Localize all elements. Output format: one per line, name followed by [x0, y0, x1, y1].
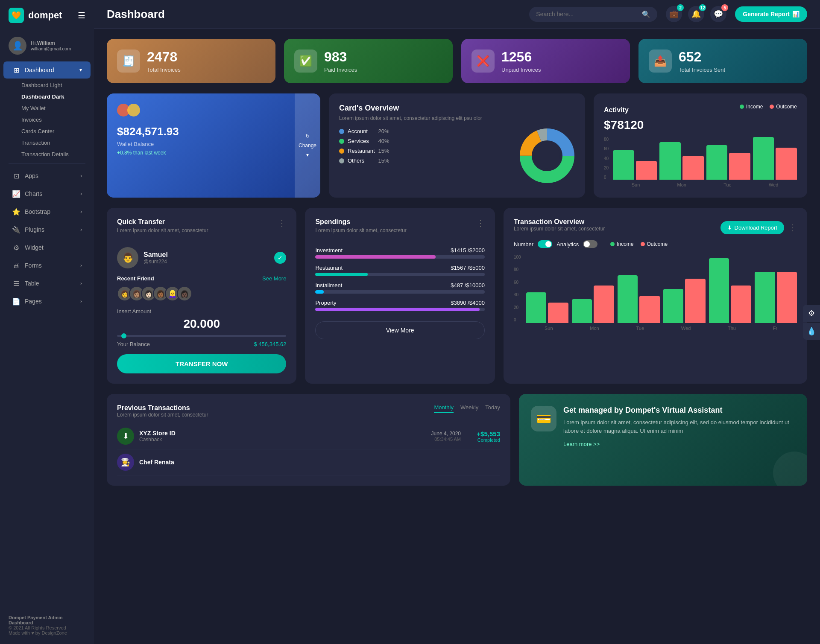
briefcase-button[interactable]: 💼 2 [666, 6, 682, 22]
logo-text: dompet [28, 10, 62, 21]
your-balance-label: Your Balance [117, 341, 150, 347]
briefcase-badge: 2 [677, 4, 684, 11]
sidebar-item-charts[interactable]: 📈 Charts › [3, 185, 91, 202]
paid-invoices-card: ✅ 983 Paid Invoices [284, 39, 453, 83]
bar-fri [755, 255, 797, 323]
activity-chart: Sun Mon Tue Wed [613, 137, 797, 187]
topbar: Dashboard 🔍 💼 2 🔔 12 💬 5 Generate Report… [94, 0, 820, 29]
chat-button[interactable]: 💬 5 [710, 6, 726, 22]
va-title: Get managed by Dompet's Virtual Assistan… [563, 406, 795, 415]
analytics-toggle[interactable] [583, 240, 597, 248]
sidebar-item-table[interactable]: ☰ Table › [3, 275, 91, 292]
bar-group-tue [706, 137, 750, 180]
sidebar-item-forms[interactable]: 🖨 Forms › [3, 257, 91, 274]
invoices-item[interactable]: Invoices [9, 114, 94, 125]
gen-report-label: Generate Report [743, 11, 790, 17]
bar-mon [572, 255, 614, 323]
friend-avatars: 👩 👩🏽 👩🏻 👩🏾 👱‍♀️ 👩🏿 [117, 286, 286, 301]
sidebar-item-widget[interactable]: ⚙ Widget [3, 239, 91, 256]
chevron-right-icon: › [80, 173, 82, 179]
menu-toggle[interactable]: ☰ [78, 10, 85, 20]
spendings-menu[interactable]: ⋮ [476, 218, 485, 228]
filter-today[interactable]: Today [485, 404, 500, 413]
transfer-now-button[interactable]: TRANSFER NOW [117, 354, 286, 373]
outcome-dot [770, 105, 774, 109]
notification-button[interactable]: 🔔 12 [688, 6, 704, 22]
transaction-overview-card: Transaction Overview Lorem ipsum dolor s… [504, 208, 807, 384]
income-bar-tue-txn [618, 275, 638, 323]
settings-float-button[interactable]: ⚙ [803, 305, 820, 322]
unpaid-invoices-label: Unpaid Invoices [501, 67, 541, 73]
sidebar-item-label: Charts [25, 190, 42, 197]
prev-txn-title: Previous Transactions [117, 404, 208, 412]
outcome-label: Outcome [776, 104, 797, 110]
txn-type-1: Cashback [139, 437, 176, 443]
spendings-title-area: Spendings Lorem ipsum dolor sit amet, co… [315, 218, 406, 240]
cards-center-item[interactable]: Cards Center [9, 125, 94, 137]
spending-property: Property $3890 /$4000 [315, 300, 484, 311]
transaction-details-item[interactable]: Transaction Details [9, 149, 94, 160]
total-invoices-card: 🧾 2478 Total Invoices [107, 39, 275, 83]
legend-label: Services [348, 138, 369, 144]
change-button[interactable]: ↻ Change ▾ [295, 93, 320, 198]
spending-restaurant: Restaurant $1567 /$5000 [315, 265, 484, 276]
filter-monthly[interactable]: Monthly [434, 404, 454, 413]
search-icon[interactable]: 🔍 [642, 10, 650, 18]
page-title: Dashboard [107, 8, 521, 21]
spending-restaurant-row: Restaurant $1567 /$5000 [315, 265, 484, 271]
income-legend-txn: Income [610, 241, 633, 247]
sidebar-item-bootstrap[interactable]: ⭐ Bootstrap › [3, 203, 91, 220]
mastercard-circle-right [127, 104, 140, 117]
restaurant-pct: 15% [378, 148, 390, 154]
account-pct: 20% [378, 128, 390, 134]
my-wallet-item[interactable]: My Wallet [9, 102, 94, 114]
sidebar-item-plugins[interactable]: 🔌 Plugins › [3, 221, 91, 238]
sidebar-item-dashboard[interactable]: ⊞ Dashboard ▾ [3, 61, 91, 79]
dashboard-light-item[interactable]: Dashboard Light [9, 79, 94, 91]
total-invoices-info: 2478 Total Invoices [147, 49, 181, 73]
chevron-right-icon: › [80, 280, 82, 286]
see-more-link[interactable]: See More [262, 275, 286, 282]
txn-info-2: Chef Renata [139, 459, 174, 466]
amount-slider[interactable] [117, 335, 286, 337]
donut-chart [519, 128, 575, 185]
legend-others: Others 15% [339, 157, 390, 164]
prev-txn-header: Previous Transactions Lorem ipsum dolor … [117, 404, 500, 420]
filter-weekly[interactable]: Weekly [460, 404, 478, 413]
sidebar: 🧡 dompet ☰ 👤 Hi,William william@gmail.co… [0, 0, 94, 644]
profile-info: Hi,William william@gmail.com [31, 40, 71, 51]
txn-date-1: June 4, 2020 05:34:45 AM [431, 431, 461, 442]
search-box[interactable]: 🔍 [529, 7, 657, 22]
quick-transfer-menu[interactable]: ⋮ [278, 218, 286, 228]
generate-report-button[interactable]: Generate Report 📊 [735, 6, 807, 22]
droplet-float-button[interactable]: 💧 [803, 323, 820, 340]
search-input[interactable] [536, 11, 638, 17]
download-report-button[interactable]: ⬇ Download Report [720, 221, 784, 234]
toggle-row: Number Analytics Income [514, 240, 797, 248]
sidebar-item-apps[interactable]: ⊡ Apps › [3, 167, 91, 184]
total-sent-value: 652 [679, 49, 725, 65]
activity-card: Activity Income Outcome $78120 [594, 93, 807, 198]
view-more-button[interactable]: View More [315, 321, 484, 339]
transaction-item[interactable]: Transaction [9, 137, 94, 149]
virtual-assistant-card: 💳 Get managed by Dompet's Virtual Assist… [519, 394, 807, 486]
sidebar-item-pages[interactable]: 📄 Pages › [3, 293, 91, 310]
spending-investment-row: Investment $1415 /$2000 [315, 247, 484, 254]
quick-transfer-title-area: Quick Transfer Lorem ipsum dolor sit ame… [117, 218, 208, 240]
dashboard-dark-item[interactable]: Dashboard Dark [9, 91, 94, 102]
chevron-right-icon: › [80, 209, 82, 215]
va-learn-more-link[interactable]: Learn more >> [563, 441, 600, 447]
txn-chart: Sun Mon Tue Wed Thu Fri [526, 255, 797, 331]
txn-name-2: Chef Renata [139, 459, 174, 466]
restaurant-label: Restaurant [315, 265, 343, 271]
outcome-bar-wed [776, 148, 797, 180]
friend-6: 👩🏿 [177, 286, 192, 301]
transaction-item-2: 👩‍🍳 Chef Renata [117, 449, 500, 475]
total-invoices-label: Total Invoices [147, 67, 181, 73]
outcome-dot-txn [641, 242, 645, 246]
number-toggle[interactable] [538, 240, 552, 248]
txn-overview-menu[interactable]: ⋮ [788, 222, 797, 233]
restaurant-value: $1567 /$5000 [451, 265, 485, 271]
analytics-label: Analytics [556, 241, 579, 248]
property-value: $3890 /$4000 [451, 300, 485, 306]
